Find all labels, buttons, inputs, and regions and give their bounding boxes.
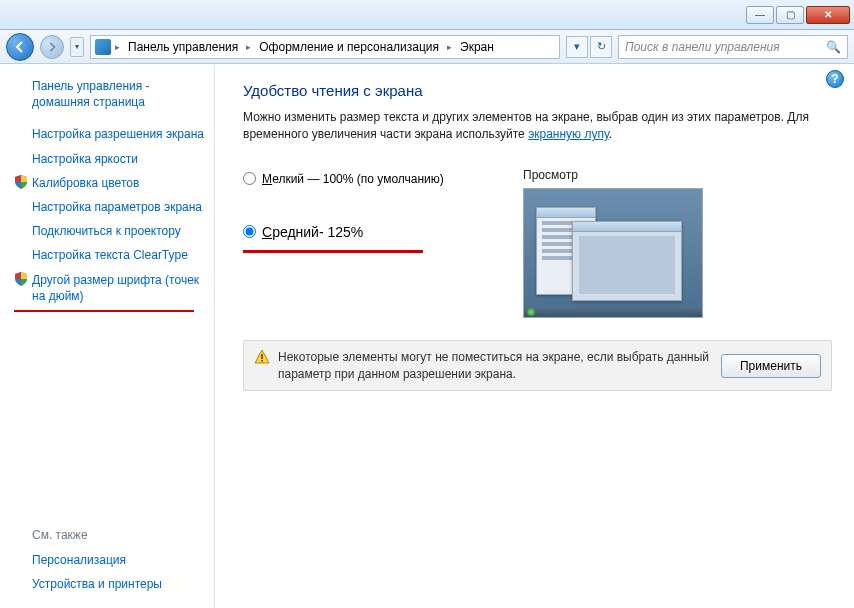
radio-medium[interactable] <box>243 225 256 238</box>
preview-thumbnail <box>523 188 703 318</box>
desc-text: . <box>609 127 612 141</box>
sidebar-item-label: Настройка яркости <box>32 151 138 167</box>
search-placeholder: Поиск в панели управления <box>625 40 780 54</box>
sidebar-item-label: Другой размер шрифта (точек на дюйм) <box>32 272 208 304</box>
annotation-underline <box>243 250 423 253</box>
warning-icon <box>254 349 270 365</box>
breadcrumb-item[interactable]: Оформление и персонализация <box>255 38 443 56</box>
sidebar-footer-label: Устройства и принтеры <box>32 576 162 592</box>
sidebar-item[interactable]: Настройка параметров экрана <box>14 195 214 219</box>
radio-medium-label: Средний- 125% <box>262 224 363 240</box>
sidebar-item-label: Настройка текста ClearType <box>32 247 188 263</box>
shield-icon <box>14 126 28 140</box>
maximize-button[interactable]: ▢ <box>776 6 804 24</box>
sidebar-item-label: Настройка параметров экрана <box>32 199 202 215</box>
sidebar-footer-item[interactable]: Персонализация <box>14 548 204 572</box>
notice-text: Некоторые элементы могут не поместиться … <box>278 349 713 383</box>
sidebar-item-label: Калибровка цветов <box>32 175 139 191</box>
sidebar-item[interactable]: Подключиться к проектору <box>14 219 214 243</box>
annotation-underline <box>14 310 194 312</box>
radio-small[interactable] <box>243 172 256 185</box>
back-button[interactable] <box>6 33 34 61</box>
apply-button[interactable]: Применить <box>721 354 821 378</box>
radio-small-row[interactable]: Мелкий — 100% (по умолчанию) <box>243 168 493 190</box>
forward-button[interactable] <box>40 35 64 59</box>
sidebar-item[interactable]: Настройка яркости <box>14 147 214 171</box>
sidebar-home-link[interactable]: Панель управления - домашняя страница <box>14 74 214 114</box>
desc-text: Можно изменить размер текста и других эл… <box>243 110 809 141</box>
svg-rect-1 <box>261 360 263 362</box>
shield-icon <box>14 175 28 189</box>
breadcrumb-separator: ▸ <box>447 42 452 52</box>
minimize-button[interactable]: — <box>746 6 774 24</box>
search-input[interactable]: Поиск в панели управления 🔍 <box>618 35 848 59</box>
spacer <box>14 576 28 590</box>
close-button[interactable]: ✕ <box>806 6 850 24</box>
sidebar-footer-item[interactable]: Устройства и принтеры <box>14 572 204 596</box>
window-titlebar: — ▢ ✕ <box>0 0 854 30</box>
page-title: Удобство чтения с экрана <box>243 82 832 99</box>
sidebar-footer: См. также ПерсонализацияУстройства и при… <box>14 524 204 596</box>
breadcrumb-dropdown-button[interactable]: ▾ <box>566 36 588 58</box>
breadcrumb-item[interactable]: Панель управления <box>124 38 242 56</box>
breadcrumb-separator: ▸ <box>115 42 120 52</box>
sidebar-item-label: Подключиться к проектору <box>32 223 181 239</box>
breadcrumb[interactable]: ▸ Панель управления ▸ Оформление и персо… <box>90 35 560 59</box>
sidebar-item[interactable]: Калибровка цветов <box>14 171 214 195</box>
sidebar-item[interactable]: Настройка разрешения экрана <box>14 122 214 146</box>
sidebar-item[interactable]: Другой размер шрифта (точек на дюйм) <box>14 268 214 308</box>
search-icon: 🔍 <box>826 40 841 54</box>
shield-icon <box>14 272 28 286</box>
refresh-button[interactable]: ↻ <box>590 36 612 58</box>
shield-icon <box>14 247 28 261</box>
radio-small-label: Мелкий — 100% (по умолчанию) <box>262 172 444 186</box>
control-panel-icon <box>95 39 111 55</box>
shield-icon <box>14 151 28 165</box>
breadcrumb-separator: ▸ <box>246 42 251 52</box>
shield-icon <box>14 223 28 237</box>
sidebar: Панель управления - домашняя страница На… <box>0 64 215 608</box>
size-options: Мелкий — 100% (по умолчанию) Средний- 12… <box>243 168 493 318</box>
page-description: Можно изменить размер текста и других эл… <box>243 109 823 144</box>
help-icon[interactable]: ? <box>826 70 844 88</box>
radio-medium-row[interactable]: Средний- 125% <box>243 220 493 244</box>
sidebar-item-label: Настройка разрешения экрана <box>32 126 204 142</box>
sidebar-item[interactable]: Настройка текста ClearType <box>14 243 214 267</box>
toolbar: ▾ ▸ Панель управления ▸ Оформление и пер… <box>0 30 854 64</box>
notice-bar: Некоторые элементы могут не поместиться … <box>243 340 832 392</box>
content-pane: ? Удобство чтения с экрана Можно изменит… <box>215 64 854 608</box>
preview-heading: Просмотр <box>523 168 832 182</box>
nav-history-dropdown[interactable]: ▾ <box>70 37 84 57</box>
shield-icon <box>14 199 28 213</box>
spacer <box>14 552 28 566</box>
breadcrumb-item[interactable]: Экран <box>456 38 498 56</box>
sidebar-footer-heading: См. также <box>14 524 204 548</box>
magnifier-link[interactable]: экранную лупу <box>528 127 609 141</box>
svg-rect-0 <box>261 354 263 359</box>
sidebar-footer-label: Персонализация <box>32 552 126 568</box>
